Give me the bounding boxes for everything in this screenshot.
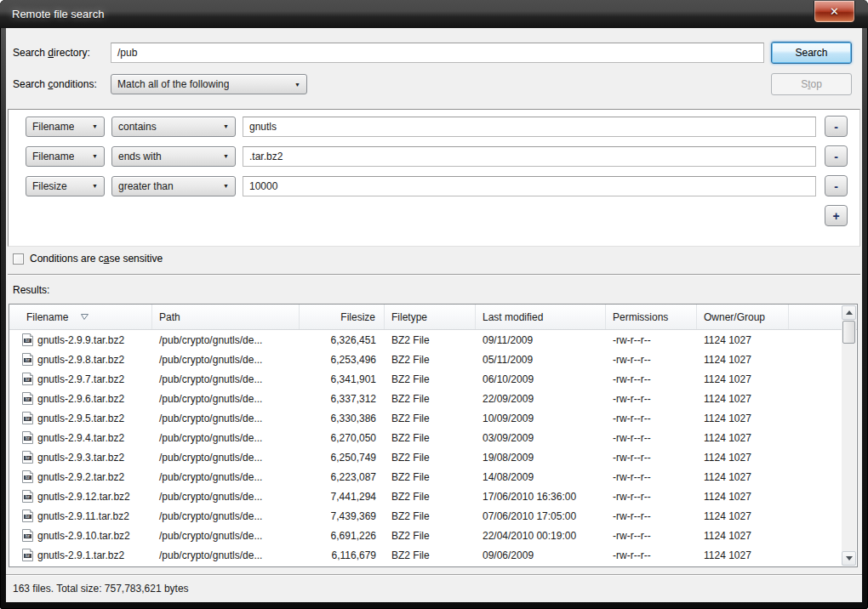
table-row[interactable]: bz gnutls-2.9.2.tar.bz2 /pub/crypto/gnut…	[9, 467, 857, 487]
path-cell: /pub/crypto/gnutls/de...	[152, 487, 300, 506]
title-bar[interactable]: Remote file search ✕	[0, 0, 868, 28]
path-cell: /pub/crypto/gnutls/de...	[152, 350, 300, 369]
filetype-cell: BZ2 File	[385, 506, 476, 526]
table-row[interactable]: bz gnutls-2.9.10.tar.bz2 /pub/crypto/gnu…	[9, 526, 857, 545]
column-header-filename[interactable]: Filename	[9, 304, 152, 329]
stop-button[interactable]: Stop	[771, 73, 852, 95]
filename-cell: bz gnutls-2.9.6.tar.bz2	[9, 389, 152, 408]
vertical-scrollbar[interactable]	[842, 305, 856, 566]
svg-text:bz: bz	[26, 417, 31, 421]
filetype-cell: BZ2 File	[385, 545, 476, 565]
add-condition-button[interactable]: +	[825, 205, 848, 226]
filesize-cell: 6,341,901	[300, 369, 385, 389]
bz2-file-icon: bz	[22, 529, 33, 542]
condition-value-input[interactable]: gnutls	[243, 117, 816, 137]
scrollbar-down-button[interactable]	[842, 551, 856, 566]
path-cell: /pub/crypto/gnutls/de...	[152, 526, 300, 545]
close-button[interactable]: ✕	[814, 1, 855, 23]
filename-cell: bz gnutls-2.9.7.tar.bz2	[9, 369, 152, 389]
permissions-cell: -rw-r--r--	[606, 369, 697, 389]
chevron-down-icon: ▼	[85, 183, 98, 189]
remove-condition-button[interactable]: -	[825, 116, 848, 137]
column-header-path[interactable]: Path	[152, 304, 300, 329]
sort-descending-icon	[80, 313, 89, 321]
last-modified-cell: 19/08/2009	[476, 447, 606, 467]
table-row[interactable]: bz gnutls-2.9.9.tar.bz2 /pub/crypto/gnut…	[9, 330, 857, 350]
triangle-up-icon	[846, 310, 853, 315]
case-sensitive-checkbox[interactable]	[13, 253, 24, 265]
filesize-cell: 6,270,050	[300, 428, 385, 447]
condition-row: Filename ▼ contains ▼ gnutls -	[26, 116, 848, 137]
remove-condition-button[interactable]: -	[825, 145, 848, 167]
table-row[interactable]: bz gnutls-2.9.7.tar.bz2 /pub/crypto/gnut…	[9, 369, 857, 389]
condition-field-select[interactable]: Filesize ▼	[26, 176, 105, 196]
scrollbar-up-button[interactable]	[842, 305, 856, 320]
column-header-filetype[interactable]: Filetype	[385, 304, 476, 329]
filename-cell: bz gnutls-2.9.10.tar.bz2	[9, 526, 152, 545]
table-row[interactable]: bz gnutls-2.9.1.tar.bz2 /pub/crypto/gnut…	[9, 545, 857, 565]
condition-field-select[interactable]: Filename ▼	[26, 146, 105, 167]
last-modified-cell: 10/09/2009	[476, 408, 606, 428]
owner-group-cell: 1124 1027	[697, 545, 789, 565]
svg-text:bz: bz	[26, 554, 31, 558]
conditions-panel: Filename ▼ contains ▼ gnutls - Filename …	[8, 109, 860, 247]
column-header-permissions[interactable]: Permissions	[606, 304, 697, 329]
permissions-cell: -rw-r--r--	[606, 467, 697, 487]
condition-field-select[interactable]: Filename ▼	[26, 117, 105, 137]
bz2-file-icon: bz	[22, 490, 33, 503]
last-modified-cell: 09/06/2009	[476, 545, 606, 565]
path-cell: /pub/crypto/gnutls/de...	[152, 447, 300, 467]
svg-text:bz: bz	[26, 378, 31, 382]
condition-operator-select[interactable]: greater than ▼	[111, 176, 236, 196]
condition-operator-select[interactable]: ends with ▼	[111, 146, 236, 167]
table-row[interactable]: bz gnutls-2.9.4.tar.bz2 /pub/crypto/gnut…	[9, 428, 857, 447]
table-row[interactable]: bz gnutls-2.9.12.tar.bz2 /pub/crypto/gnu…	[9, 487, 857, 506]
filetype-cell: BZ2 File	[385, 526, 476, 545]
remove-condition-button[interactable]: -	[825, 175, 848, 196]
results-label: Results:	[13, 284, 49, 296]
bz2-file-icon: bz	[22, 470, 33, 483]
last-modified-cell: 06/10/2009	[476, 369, 606, 389]
match-mode-select[interactable]: Match all of the following ▼	[111, 74, 307, 94]
results-body: bz gnutls-2.9.9.tar.bz2 /pub/crypto/gnut…	[9, 330, 857, 565]
filename-cell: bz gnutls-2.9.8.tar.bz2	[9, 350, 152, 369]
search-directory-label: Search directory:	[13, 47, 111, 59]
column-header-last-modified[interactable]: Last modified	[476, 304, 606, 329]
filename-cell: bz gnutls-2.9.2.tar.bz2	[9, 467, 152, 487]
search-button[interactable]: Search	[771, 42, 852, 64]
permissions-cell: -rw-r--r--	[606, 350, 697, 369]
last-modified-cell: 09/11/2009	[476, 330, 606, 350]
condition-value-input[interactable]: .tar.bz2	[243, 146, 816, 167]
permissions-cell: -rw-r--r--	[606, 506, 697, 526]
chevron-down-icon: ▼	[85, 153, 98, 159]
chevron-down-icon: ▼	[85, 123, 98, 129]
column-header-filesize[interactable]: Filesize	[300, 304, 385, 329]
permissions-cell: -rw-r--r--	[606, 330, 697, 350]
permissions-cell: -rw-r--r--	[606, 389, 697, 408]
filesize-cell: 6,326,451	[300, 330, 385, 350]
table-row[interactable]: bz gnutls-2.9.3.tar.bz2 /pub/crypto/gnut…	[9, 447, 857, 467]
column-header-owner-group[interactable]: Owner/Group	[697, 304, 789, 329]
table-row[interactable]: bz gnutls-2.9.5.tar.bz2 /pub/crypto/gnut…	[9, 408, 857, 428]
bz2-file-icon: bz	[22, 431, 33, 444]
filetype-cell: BZ2 File	[385, 487, 476, 506]
svg-text:bz: bz	[26, 475, 31, 480]
condition-value-input[interactable]: 10000	[243, 176, 816, 196]
table-row[interactable]: bz gnutls-2.9.8.tar.bz2 /pub/crypto/gnut…	[9, 350, 857, 369]
path-cell: /pub/crypto/gnutls/de...	[152, 369, 300, 389]
filesize-cell: 6,253,496	[300, 350, 385, 369]
svg-text:bz: bz	[26, 397, 31, 401]
svg-text:bz: bz	[26, 339, 31, 343]
last-modified-cell: 22/04/2010 00:19:00	[476, 526, 606, 545]
remote-file-search-window: Remote file search ✕ Search directory: /…	[0, 0, 868, 609]
owner-group-cell: 1124 1027	[697, 447, 789, 467]
table-row[interactable]: bz gnutls-2.9.6.tar.bz2 /pub/crypto/gnut…	[9, 389, 857, 408]
condition-operator-select[interactable]: contains ▼	[111, 117, 236, 137]
scrollbar-thumb[interactable]	[842, 321, 855, 344]
filesize-cell: 6,337,312	[300, 389, 385, 408]
filesize-cell: 6,691,226	[300, 526, 385, 545]
filetype-cell: BZ2 File	[385, 408, 476, 428]
search-conditions-label: Search conditions:	[13, 78, 111, 90]
search-directory-input[interactable]: /pub	[111, 43, 764, 63]
table-row[interactable]: bz gnutls-2.9.11.tar.bz2 /pub/crypto/gnu…	[9, 506, 857, 526]
